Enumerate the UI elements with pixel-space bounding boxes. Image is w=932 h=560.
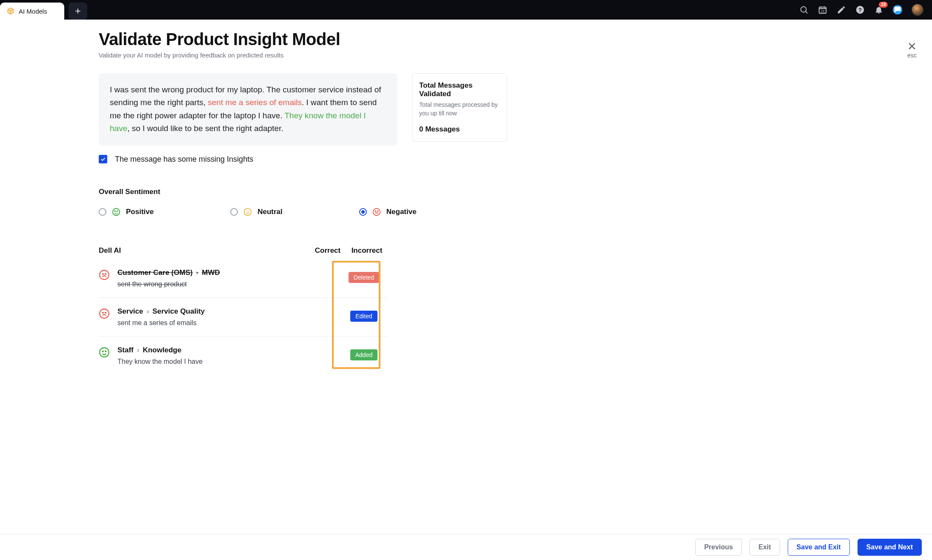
sentiment-label-neutral: Neutral (257, 208, 283, 216)
svg-point-18 (100, 348, 109, 357)
chat-icon[interactable] (893, 5, 902, 14)
add-tab-button[interactable] (69, 3, 87, 20)
frown-icon (99, 308, 110, 319)
status-chip-edited: Edited (350, 311, 377, 322)
svg-text:23: 23 (821, 9, 824, 13)
tab-ai-models[interactable]: AI Models (0, 3, 64, 20)
chevron-right-icon: › (196, 269, 199, 277)
sentiment-option-neutral[interactable]: Neutral (230, 207, 283, 217)
insight-path: Service › Service Quality (117, 307, 315, 316)
dell-ai-header: Dell AI Correct Incorrect (99, 246, 388, 255)
save-and-exit-button[interactable]: Save and Exit (788, 539, 850, 556)
page-title: Validate Product Insight Model (99, 30, 507, 49)
message-seg3: , so I would like to be sent the right a… (127, 124, 283, 133)
page-body: ✕ esc Validate Product Insight Model Val… (0, 20, 932, 413)
dell-ai-heading: Dell AI (99, 246, 121, 255)
footer-bar: Previous Exit Save and Exit Save and Nex… (0, 534, 932, 560)
page-subtitle: Validate your AI model by providing feed… (99, 51, 507, 59)
insight-path: Staff › Knowledge (117, 346, 315, 354)
smile-icon (99, 347, 110, 358)
status-chip-added: Added (350, 349, 377, 360)
neutral-icon (243, 207, 252, 217)
svg-point-20 (105, 351, 106, 351)
svg-point-0 (801, 7, 806, 12)
notification-badge: 19 (879, 2, 888, 8)
svg-point-19 (103, 351, 103, 351)
missing-insights-checkbox[interactable] (99, 155, 107, 163)
save-and-next-button[interactable]: Save and Next (858, 539, 922, 556)
close-button[interactable]: ✕ esc (907, 42, 917, 59)
help-icon[interactable]: ? (855, 5, 865, 14)
svg-point-13 (103, 273, 103, 274)
col-incorrect: Incorrect (346, 246, 388, 255)
status-chip-deleted: Deleted (349, 272, 379, 283)
svg-point-15 (100, 309, 109, 318)
svg-point-17 (105, 312, 106, 313)
message-highlight-red: sent me a series of emails (208, 98, 302, 107)
notifications-icon[interactable]: 19 (874, 5, 883, 14)
cube-icon (7, 7, 14, 15)
svg-point-8 (244, 208, 252, 215)
stats-value: 0 Messages (419, 125, 500, 134)
previous-button[interactable]: Previous (695, 539, 742, 556)
chevron-right-icon: › (137, 346, 140, 354)
insight-row: Customer Care (OMS) › MWD sent the wrong… (99, 259, 388, 298)
missing-insights-label: The message has some missing Insights (115, 155, 253, 164)
sentiment-option-positive[interactable]: Positive (99, 207, 154, 217)
insight-row: Staff › Knowledge They know the model I … (99, 337, 388, 375)
insight-text: sent me a series of emails (117, 319, 315, 327)
radio-positive[interactable] (99, 208, 106, 216)
sentiment-label-positive: Positive (126, 208, 154, 216)
insight-row: Service › Service Quality sent me a seri… (99, 298, 388, 337)
chevron-right-icon: › (147, 307, 149, 316)
topbar-right: 23 ? 19 (799, 4, 927, 16)
stats-title: Total Messages Validated (419, 81, 500, 98)
svg-text:?: ? (858, 7, 862, 13)
message-box: I was sent the wrong product for my lapt… (99, 73, 397, 146)
svg-point-10 (375, 211, 376, 211)
svg-point-11 (377, 211, 378, 211)
insights-list: Customer Care (OMS) › MWD sent the wrong… (99, 259, 388, 375)
search-icon[interactable] (799, 5, 809, 14)
svg-point-12 (100, 270, 109, 280)
col-correct: Correct (310, 246, 346, 255)
frown-icon (99, 269, 110, 280)
svg-point-6 (114, 211, 115, 211)
svg-point-16 (103, 312, 103, 313)
radio-negative[interactable] (359, 208, 367, 216)
sentiment-heading: Overall Sentiment (99, 188, 507, 196)
svg-point-5 (113, 208, 120, 215)
radio-neutral[interactable] (230, 208, 238, 216)
svg-point-7 (117, 211, 118, 211)
svg-point-9 (373, 208, 380, 215)
sentiment-options: Positive Neutral Negative (99, 207, 507, 217)
svg-point-14 (105, 273, 106, 274)
close-label: esc (907, 52, 917, 59)
smile-icon (111, 207, 121, 217)
calendar-icon[interactable]: 23 (818, 5, 827, 14)
topbar: AI Models 23 ? 19 (0, 0, 932, 20)
insight-text: sent the wrong product (117, 280, 315, 288)
avatar[interactable] (912, 4, 923, 16)
stats-card: Total Messages Validated Total messages … (412, 73, 507, 142)
frown-icon (372, 207, 381, 217)
insight-text: They know the model I have (117, 358, 315, 366)
edit-icon[interactable] (837, 5, 846, 14)
exit-button[interactable]: Exit (749, 539, 780, 556)
stats-subtitle: Total messages processed by you up till … (419, 101, 500, 117)
missing-insights-row: The message has some missing Insights (99, 155, 507, 164)
insight-path: Customer Care (OMS) › MWD (117, 269, 315, 277)
close-icon: ✕ (907, 42, 917, 51)
sentiment-option-negative[interactable]: Negative (359, 207, 417, 217)
tab-label: AI Models (19, 8, 47, 15)
sentiment-label-negative: Negative (386, 208, 417, 216)
